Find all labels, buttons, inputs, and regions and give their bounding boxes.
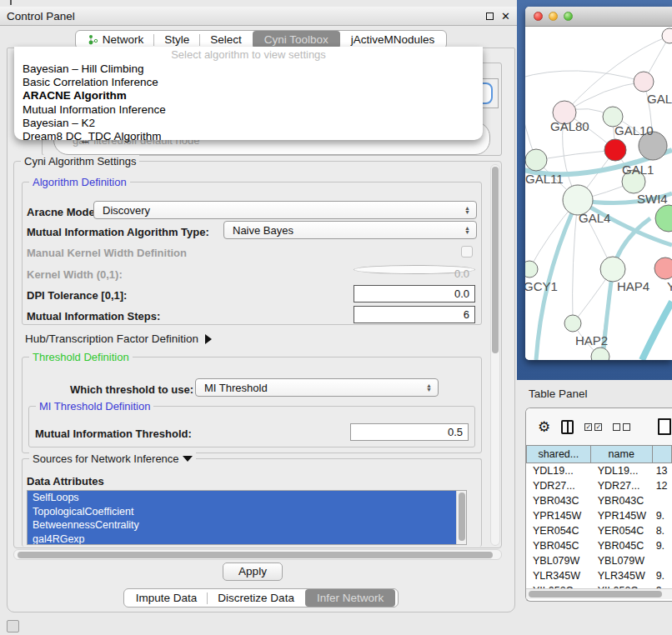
mi-steps-label: Mutual Information Steps: — [27, 310, 160, 322]
settings-vertical-scrollbar[interactable] — [490, 164, 500, 546]
manual-kernel-label: Manual Kernel Width Definition — [27, 247, 187, 259]
network-edge[interactable] — [564, 82, 644, 112]
settings-horizontal-scrollbar[interactable] — [13, 549, 502, 560]
network-edge[interactable] — [642, 302, 672, 360]
dropdown-item[interactable]: Basic Correlation Inference — [14, 76, 483, 89]
mi-threshold-title: MI Threshold Definition — [36, 400, 153, 412]
data-attributes-list[interactable]: SelfLoopsTopologicalCoefficientBetweenne… — [27, 490, 467, 545]
table-row[interactable]: YDL19...YDL19...13 — [526, 463, 672, 478]
mi-steps-field[interactable]: 6 — [354, 306, 475, 323]
collapse-arrow-icon — [183, 456, 193, 462]
table-rows: YDL19...YDL19...13YDR27...YDR27...12YBR0… — [526, 463, 672, 588]
splitter-handle[interactable] — [10, 0, 12, 5]
node-label: GAL4 — [579, 211, 610, 225]
column-header-cut[interactable] — [653, 445, 672, 463]
threshold-definition-title: Threshold Definition — [29, 351, 133, 363]
zoom-traffic-light[interactable] — [564, 12, 573, 21]
table-row[interactable]: YBL079WYBL079W — [526, 553, 672, 568]
column-header-shared-name[interactable]: shared... — [526, 445, 591, 463]
minimized-panel-icon[interactable] — [7, 620, 19, 632]
node-label: HAP2 — [575, 333, 608, 348]
table-horizontal-scrollbar[interactable] — [526, 588, 672, 599]
attribute-list-item[interactable]: SelfLoops — [28, 491, 456, 505]
show-all-columns-icon[interactable]: ✓✓ — [584, 423, 602, 431]
attr-items: SelfLoopsTopologicalCoefficientBetweenne… — [28, 491, 466, 545]
dropdown-item[interactable]: Mutual Information Inference — [14, 103, 483, 117]
network-node[interactable] — [604, 139, 626, 161]
tab-discretize-data[interactable]: Discretize Data — [208, 590, 304, 606]
manual-kernel-checkbox[interactable] — [461, 246, 473, 258]
attribute-list-item[interactable]: TopologicalCoefficient — [28, 505, 456, 519]
attribute-list-item[interactable]: gal4RGexp — [28, 532, 456, 546]
dropdown-item[interactable]: ARACNE Algorithm — [14, 89, 483, 102]
tab-cyni-toolbox[interactable]: Cyni Toolbox — [253, 31, 340, 48]
tab-jactivemnodules[interactable]: jActiveMNodules — [341, 32, 445, 48]
tab-network[interactable]: Network — [78, 32, 154, 48]
tab-infer-network[interactable]: Infer Network — [305, 589, 395, 607]
float-window-icon[interactable] — [486, 12, 494, 20]
table-row[interactable]: YBR045CYBR045C9. — [526, 538, 672, 553]
hide-all-columns-icon[interactable] — [613, 423, 630, 431]
network-window[interactable]: GALGAL80GAL10GAL1GAL11SWI4GAL4GCY1HAP4YH… — [525, 7, 672, 360]
document-icon[interactable] — [658, 418, 671, 435]
close-icon[interactable]: ✕ — [501, 11, 510, 22]
attr-list-scrollbar[interactable] — [456, 491, 466, 544]
dropdown-prompt: Select algorithm to view settings — [14, 48, 483, 62]
tab-impute-data[interactable]: Impute Data — [126, 590, 208, 606]
split-columns-icon[interactable] — [561, 420, 574, 434]
dropdown-item[interactable]: Bayesian – Hill Climbing — [14, 62, 483, 76]
close-traffic-light[interactable] — [534, 12, 543, 21]
gear-icon[interactable]: ⚙ — [538, 420, 550, 434]
dpi-tolerance-label: DPI Tolerance [0,1]: — [27, 289, 127, 302]
hub-definition-expander[interactable]: Hub/Transcription Factor Definition — [25, 332, 212, 345]
stepper-icon: ▲▼ — [464, 206, 470, 214]
tab-style[interactable]: Style — [154, 32, 199, 48]
mi-algorithm-type-combo[interactable]: Naive Bayes ▲▼ — [223, 221, 477, 239]
algorithm-definition-title: Algorithm Definition — [29, 176, 130, 188]
table-panel-window[interactable]: ⚙ ✓✓ shared... name YDL19...YDL19...13YD… — [525, 408, 672, 602]
mi-threshold-label: Mutual Information Threshold: — [35, 428, 192, 440]
which-threshold-combo[interactable]: MI Threshold ▲▼ — [195, 378, 439, 397]
apply-button[interactable]: Apply — [223, 562, 283, 581]
bottom-tabbar: Impute Data Discretize Data Infer Networ… — [7, 588, 515, 608]
minimize-traffic-light[interactable] — [549, 12, 558, 21]
network-node[interactable] — [591, 348, 609, 360]
sources-title[interactable]: Sources for Network Inference — [29, 452, 196, 465]
node-label: HAP4 — [617, 279, 649, 293]
network-edge[interactable] — [525, 71, 644, 82]
expander-arrow-icon — [205, 334, 212, 344]
network-node[interactable] — [525, 261, 538, 278]
network-edge[interactable] — [536, 150, 615, 160]
node-label: GAL11 — [525, 172, 564, 186]
mi-threshold-field[interactable]: 0.5 — [350, 423, 469, 441]
network-node[interactable] — [600, 257, 625, 282]
table-toolbar: ⚙ ✓✓ — [526, 408, 672, 445]
network-node[interactable] — [654, 258, 672, 279]
node-label: GCY1 — [525, 279, 558, 293]
table-row[interactable]: YDR27...YDR27...12 — [526, 478, 672, 493]
network-node[interactable] — [634, 72, 654, 92]
kernel-width-field[interactable]: 0.0 — [354, 265, 475, 274]
node-label: GAL10 — [614, 123, 654, 138]
dpi-tolerance-field[interactable]: 0.0 — [354, 285, 475, 302]
table-row[interactable]: YBR043CYBR043C — [526, 493, 672, 508]
network-node[interactable] — [662, 28, 672, 43]
aracne-mode-combo[interactable]: Discovery ▲▼ — [93, 201, 477, 219]
column-header-name[interactable]: name — [591, 445, 653, 463]
table-row[interactable]: YER054CYER054C8. — [526, 523, 672, 538]
dropdown-item[interactable]: Dream8 DC_TDC Algorithm — [14, 130, 483, 143]
network-canvas[interactable]: GALGAL80GAL10GAL1GAL11SWI4GAL4GCY1HAP4YH… — [525, 27, 672, 360]
tab-network-label: Network — [103, 33, 144, 46]
attribute-list-item[interactable]: BetweennessCentrality — [28, 518, 456, 532]
network-edge[interactable] — [573, 200, 578, 323]
network-window-titlebar[interactable] — [525, 7, 672, 27]
tab-select[interactable]: Select — [200, 32, 252, 48]
network-node[interactable] — [564, 315, 581, 332]
table-row[interactable]: YLR345WYLR345W9. — [526, 568, 672, 583]
algorithm-dropdown-list: Bayesian – Hill ClimbingBasic Correlatio… — [14, 62, 483, 143]
dropdown-item[interactable]: Bayesian – K2 — [14, 117, 483, 130]
network-node[interactable] — [655, 205, 672, 232]
network-node[interactable] — [525, 149, 547, 171]
table-row[interactable]: YPR145WYPR145W9. — [526, 508, 672, 523]
stepper-icon: ▲▼ — [426, 383, 432, 392]
